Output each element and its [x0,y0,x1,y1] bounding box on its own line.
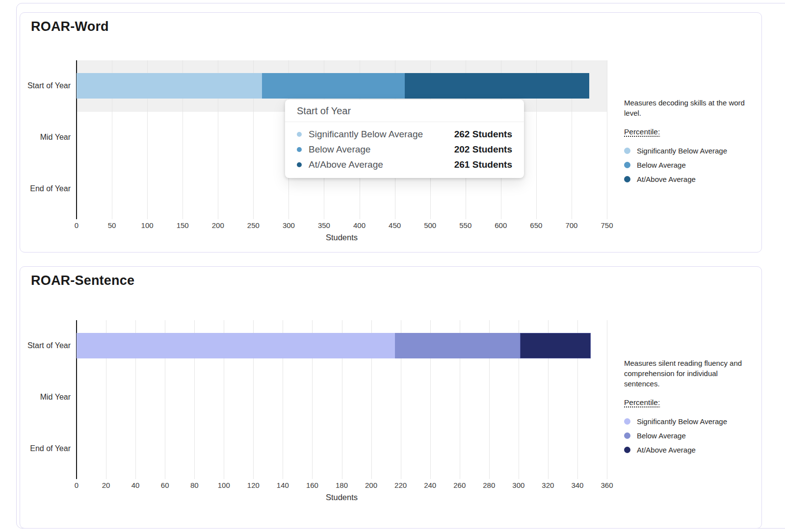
bar-segment-at-above-average[interactable] [405,73,589,99]
x-tick-label: 150 [177,221,189,229]
x-tick-label: 300 [512,481,524,489]
x-tick-label: 100 [218,481,230,489]
legend-item-label: Below Average [637,161,686,169]
x-tick-label: 160 [306,481,318,489]
tooltip-series-value: 262 Students [454,129,512,140]
tooltip-series-value: 202 Students [454,144,512,155]
x-tick-label: 0 [75,481,78,489]
tooltip-series-dot [297,162,302,167]
chart-info-panel: Measures decoding skills at the word lev… [624,98,760,188]
tooltip-row-at-above-average: At/Above Average261 Students [297,157,512,172]
tooltip-row-significantly-below-average: Significantly Below Average262 Students [297,127,512,142]
x-tick-label: 750 [601,221,613,229]
x-axis-title: Students [77,493,607,502]
tooltip-series-dot [297,147,302,152]
legend-dot [624,447,630,453]
chart-description: Measures silent reading fluency and comp… [624,358,748,389]
tooltip-series-value: 261 Students [454,159,512,170]
percentile-legend: Significantly Below AverageBelow Average… [624,146,760,184]
tooltip-series-dot [297,132,302,137]
x-tick-label: 500 [424,221,436,229]
x-tick-label: 260 [453,481,466,489]
bar-segment-significantly-below-average[interactable] [77,333,395,358]
x-tick-label: 360 [601,481,613,489]
tooltip-series-label: At/Above Average [309,159,383,170]
y-axis-label: Start of Year [0,341,71,351]
card-title: ROAR-Word [31,19,109,34]
x-tick-label: 240 [424,481,436,489]
x-tick-label: 400 [353,221,366,229]
legend-item-label: At/Above Average [637,446,696,454]
x-tick-label: 200 [365,481,377,489]
x-tick-label: 50 [108,221,116,229]
roar-word-card: ROAR-Word Students Start of YearMid Year… [20,12,762,253]
bar-segment-at-above-average[interactable] [520,333,591,358]
legend-item-label: Significantly Below Average [637,147,727,155]
chart-tooltip: Start of Year Significantly Below Averag… [285,100,524,178]
x-tick-label: 250 [247,221,260,229]
tooltip-rows: Significantly Below Average262 StudentsB… [285,122,524,172]
x-tick-label: 140 [277,481,289,489]
legend-item-at-above-average: At/Above Average [624,445,760,455]
x-tick-label: 100 [141,221,154,229]
legend-item-label: Below Average [637,431,686,440]
chart-description: Measures decoding skills at the word lev… [624,98,748,118]
tooltip-row-below-average: Below Average202 Students [297,142,512,157]
tooltip-series-label: Below Average [309,144,370,155]
legend-item-significantly-below-average: Significantly Below Average [624,416,760,426]
x-tick-label: 180 [336,481,348,489]
y-axis-label: End of Year [0,444,71,454]
percentile-label: Percentile: [624,398,760,407]
x-tick-label: 340 [571,481,583,489]
x-axis-ticks: 0204060801001201401601802002202402602803… [77,481,607,491]
x-tick-label: 280 [483,481,495,489]
legend-item-label: At/Above Average [637,175,696,183]
legend-item-at-above-average: At/Above Average [624,174,760,184]
roar-sentence-card: ROAR-Sentence Students Start of YearMid … [20,266,762,529]
legend-item-significantly-below-average: Significantly Below Average [624,146,760,155]
x-tick-label: 60 [161,481,169,489]
legend-dot [624,148,630,154]
gridline [607,60,607,219]
legend-dot [624,418,630,425]
x-tick-label: 80 [190,481,199,489]
roar-sentence-plot: Students Start of YearMid YearEnd of Yea… [77,320,607,474]
x-tick-label: 40 [131,481,140,489]
x-tick-label: 600 [495,221,507,229]
legend-item-label: Significantly Below Average [637,417,727,426]
card-title: ROAR-Sentence [31,273,134,288]
x-axis-title: Students [77,233,607,242]
legend-dot [624,432,630,439]
y-axis-label: Mid Year [0,132,71,142]
legend-dot [624,176,630,182]
legend-item-below-average: Below Average [624,160,760,170]
x-axis-ticks: 0501001502002503003504004505005506006507… [77,221,607,231]
bar-segment-significantly-below-average[interactable] [77,73,262,99]
x-tick-label: 700 [565,221,577,229]
y-axis-label: End of Year [0,184,71,194]
chart-info-panel: Measures silent reading fluency and comp… [624,358,760,459]
x-tick-label: 120 [247,481,260,489]
x-tick-label: 450 [389,221,401,229]
percentile-legend: Significantly Below AverageBelow Average… [624,416,760,455]
tooltip-series-label: Significantly Below Average [309,129,423,140]
x-tick-label: 300 [283,221,295,229]
x-tick-label: 350 [318,221,330,229]
assessment-dashboard: { "cards": [ { "title": "ROAR-Word", "de… [0,0,785,532]
y-axis-label: Mid Year [0,392,71,402]
x-tick-label: 320 [542,481,554,489]
x-tick-label: 200 [212,221,224,229]
x-tick-label: 550 [459,221,471,229]
x-tick-label: 220 [394,481,407,489]
x-tick-label: 0 [75,221,78,229]
gridline [607,320,607,479]
x-tick-label: 20 [102,481,110,489]
bar-segment-below-average[interactable] [262,73,405,99]
x-tick-label: 650 [530,221,542,229]
legend-item-below-average: Below Average [624,431,760,440]
percentile-label: Percentile: [624,127,760,136]
y-axis-label: Start of Year [0,81,71,91]
tooltip-title: Start of Year [285,100,524,122]
legend-dot [624,162,630,168]
bar-segment-below-average[interactable] [395,333,520,358]
